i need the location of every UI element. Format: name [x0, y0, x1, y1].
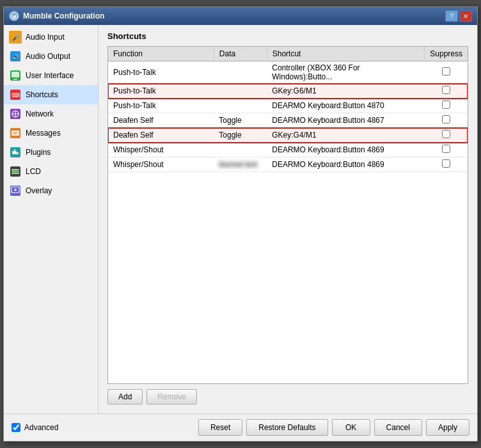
cell-data: Toggle	[214, 128, 267, 143]
title-bar-buttons: ? ✕	[445, 10, 472, 22]
sidebar-item-audio-output[interactable]: 🔊 Audio Output	[4, 47, 98, 66]
table-row[interactable]: Whisper/Shoutblurred textDEARMO Keyboard…	[108, 157, 468, 172]
suppress-checkbox[interactable]	[442, 67, 450, 76]
sidebar-item-network[interactable]: Network	[4, 104, 98, 124]
sidebar-item-overlay[interactable]: Overlay	[4, 181, 98, 200]
sidebar-label-shortcuts: Shortcuts	[26, 90, 58, 99]
main-window: M Mumble Configuration ? ✕ 🎤 Audio Input…	[3, 6, 478, 442]
sidebar-label-user-interface: User Interface	[26, 71, 74, 80]
suppress-checkbox[interactable]	[442, 86, 450, 94]
cell-shortcut: GKey:G4/M1	[267, 128, 425, 143]
col-header-function: Function	[108, 47, 214, 61]
bottom-buttons: Add Remove	[107, 384, 468, 407]
cell-suppress	[425, 143, 468, 157]
cell-suppress	[425, 157, 468, 172]
audio-input-icon: 🎤	[9, 31, 22, 44]
sidebar-item-audio-input[interactable]: 🎤 Audio Input	[4, 28, 98, 47]
shortcuts-table-container: Function Data Shortcut Suppress Push-to-…	[107, 46, 468, 384]
advanced-checkbox[interactable]	[12, 423, 20, 432]
user-interface-icon	[9, 69, 22, 82]
lcd-icon: LCD	[9, 165, 22, 178]
help-button[interactable]: ?	[445, 10, 458, 22]
cell-function: Deafen Self	[108, 128, 214, 143]
sidebar: 🎤 Audio Input 🔊 Audio Output User Interf…	[4, 25, 99, 413]
sidebar-label-plugins: Plugins	[26, 148, 51, 157]
svg-text:M: M	[12, 14, 17, 20]
svg-text:⌨: ⌨	[12, 92, 20, 99]
col-header-data: Data	[214, 47, 267, 61]
svg-text:🔊: 🔊	[12, 53, 20, 61]
table-row[interactable]: Push-to-TalkDEARMO Keyboard:Button 4870	[108, 99, 468, 113]
suppress-checkbox[interactable]	[442, 115, 450, 124]
shortcuts-icon: ⌨	[9, 88, 22, 101]
cell-function: Push-to-Talk	[108, 61, 214, 84]
table-row[interactable]: Whisper/ShoutDEARMO Keyboard:Button 4869	[108, 143, 468, 157]
title-bar-left: M Mumble Configuration	[9, 11, 104, 21]
messages-icon	[9, 127, 22, 140]
app-icon: M	[9, 11, 19, 21]
cell-shortcut: GKey:G6/M1	[267, 84, 425, 99]
cell-function: Push-to-Talk	[108, 84, 214, 99]
svg-rect-8	[13, 79, 17, 80]
table-row[interactable]: Deafen SelfToggleGKey:G4/M1	[108, 128, 468, 143]
advanced-label: Advanced	[24, 423, 58, 432]
network-icon	[9, 108, 22, 120]
cell-suppress	[425, 128, 468, 143]
cell-function: Whisper/Shout	[108, 157, 214, 172]
svg-text:LCD: LCD	[12, 170, 20, 173]
cell-function: Push-to-Talk	[108, 99, 214, 113]
table-row[interactable]: Push-to-TalkGKey:G6/M1	[108, 84, 468, 99]
remove-button[interactable]: Remove	[146, 389, 197, 404]
table-row[interactable]: Push-to-TalkController (XBOX 360 For Win…	[108, 61, 468, 84]
title-bar: M Mumble Configuration ? ✕	[4, 7, 477, 25]
suppress-checkbox[interactable]	[442, 159, 450, 168]
sidebar-label-audio-output: Audio Output	[26, 52, 70, 61]
sidebar-label-audio-input: Audio Input	[26, 33, 65, 42]
sidebar-item-lcd[interactable]: LCD LCD	[4, 162, 98, 181]
svg-point-28	[14, 189, 17, 191]
cell-shortcut: DEARMO Keyboard:Button 4869	[267, 157, 425, 172]
cell-suppress	[425, 61, 468, 84]
sidebar-item-shortcuts[interactable]: ⌨ Shortcuts	[4, 85, 98, 104]
cell-shortcut: DEARMO Keyboard:Button 4869	[267, 143, 425, 157]
audio-output-icon: 🔊	[9, 50, 22, 63]
ok-button[interactable]: OK	[332, 419, 370, 436]
cell-suppress	[425, 99, 468, 113]
svg-rect-7	[12, 72, 19, 77]
cell-suppress	[425, 113, 468, 128]
svg-text:🎤: 🎤	[12, 34, 20, 42]
cell-data	[214, 99, 267, 113]
cell-shortcut: DEARMO Keyboard:Button 4867	[267, 113, 425, 128]
table-row[interactable]: Deafen SelfToggleDEARMO Keyboard:Button …	[108, 113, 468, 128]
content-area: 🎤 Audio Input 🔊 Audio Output User Interf…	[4, 25, 477, 413]
reset-button[interactable]: Reset	[198, 419, 242, 436]
footer-left: Advanced	[12, 423, 58, 432]
cell-shortcut: Controller (XBOX 360 For Windows):Butto.…	[267, 61, 425, 84]
sidebar-item-user-interface[interactable]: User Interface	[4, 66, 98, 85]
cell-data	[214, 143, 267, 157]
restore-defaults-button[interactable]: Restore Defaults	[246, 419, 327, 436]
suppress-checkbox[interactable]	[442, 130, 450, 138]
footer: Advanced Reset Restore Defaults OK Cance…	[4, 413, 477, 441]
sidebar-item-plugins[interactable]: Plugins	[4, 143, 98, 162]
footer-right: OK Cancel Apply	[332, 419, 469, 436]
sidebar-label-overlay: Overlay	[26, 186, 52, 195]
cell-shortcut: DEARMO Keyboard:Button 4870	[267, 99, 425, 113]
col-header-suppress: Suppress	[425, 47, 468, 61]
plugins-icon	[9, 146, 22, 159]
panel-title: Shortcuts	[107, 31, 468, 41]
overlay-icon	[9, 184, 22, 197]
suppress-checkbox[interactable]	[442, 145, 450, 153]
suppress-checkbox[interactable]	[442, 100, 450, 109]
svg-rect-22	[14, 149, 15, 151]
cell-suppress	[425, 84, 468, 99]
sidebar-item-messages[interactable]: Messages	[4, 124, 98, 143]
table-header-row: Function Data Shortcut Suppress	[108, 47, 468, 61]
cancel-button[interactable]: Cancel	[374, 419, 422, 436]
close-button[interactable]: ✕	[459, 10, 472, 22]
cell-data	[214, 61, 267, 84]
apply-button[interactable]: Apply	[426, 419, 469, 436]
svg-rect-20	[12, 151, 17, 154]
shortcuts-table: Function Data Shortcut Suppress Push-to-…	[108, 47, 468, 172]
add-button[interactable]: Add	[107, 389, 143, 404]
